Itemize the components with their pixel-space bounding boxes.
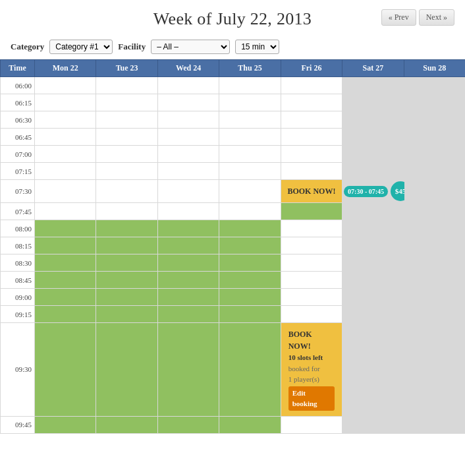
cell-sun-06:15 xyxy=(404,94,465,111)
cell-sat-07:15 xyxy=(342,163,404,180)
cell-thu-07:30 xyxy=(219,180,281,203)
slot-time-badge: 07:30 - 07:45 xyxy=(344,186,388,197)
cell-mon-08:00 xyxy=(35,220,96,237)
cell-thu-08:45 xyxy=(219,272,281,289)
table-row: 07:00 xyxy=(1,146,466,163)
time-label: 06:00 xyxy=(1,77,35,94)
cell-wed-08:30 xyxy=(157,254,219,272)
category-select[interactable]: Category #1 xyxy=(49,40,113,54)
cell-wed-09:30 xyxy=(157,323,219,417)
cell-sat-08:45 xyxy=(342,272,404,289)
cell-sun-08:45 xyxy=(404,272,465,289)
table-row: 06:45 xyxy=(1,129,466,146)
table-row: 07:30BOOK NOW!07:30 - 07:45$45 xyxy=(1,180,466,203)
cell-fri-06:15 xyxy=(281,94,342,111)
cell-fri-09:00 xyxy=(281,289,342,306)
book-now-fri-730[interactable]: BOOK NOW! xyxy=(281,180,342,203)
cell-sun-07:45 xyxy=(404,203,465,220)
cell-wed-07:15 xyxy=(157,163,219,180)
popup-booked-label: booked for xyxy=(288,363,335,374)
cell-tue-09:00 xyxy=(96,289,157,306)
cell-sat-09:15 xyxy=(342,306,404,323)
table-row: 09:00 xyxy=(1,289,466,306)
cell-fri-07:00 xyxy=(281,146,342,163)
time-label: 09:30 xyxy=(1,323,35,417)
cell-fri-08:15 xyxy=(281,237,342,254)
cell-sun-09:45 xyxy=(404,416,465,433)
cell-wed-06:45 xyxy=(157,129,219,146)
table-row: 08:30 xyxy=(1,254,466,272)
cell-thu-08:30 xyxy=(219,254,281,272)
calendar-table: Time Mon 22 Tue 23 Wed 24 Thu 25 Fri 26 … xyxy=(0,59,465,434)
cell-sun-09:00 xyxy=(404,289,465,306)
cell-sun-06:30 xyxy=(404,111,465,129)
cell-sat-08:00 xyxy=(342,220,404,237)
cell-thu-07:00 xyxy=(219,146,281,163)
cell-sat-07:00 xyxy=(342,146,404,163)
time-label: 06:15 xyxy=(1,94,35,111)
cell-thu-06:45 xyxy=(219,129,281,146)
time-label: 08:15 xyxy=(1,237,35,254)
cell-wed-07:00 xyxy=(157,146,219,163)
cell-sat-06:30 xyxy=(342,111,404,129)
cell-tue-07:30 xyxy=(96,180,157,203)
col-sun: Sun 28 xyxy=(404,60,465,77)
facility-label: Facility xyxy=(118,42,146,52)
cell-sat-06:15 xyxy=(342,94,404,111)
table-row: 08:00 xyxy=(1,220,466,237)
cell-tue-09:15 xyxy=(96,306,157,323)
table-row: 08:15 xyxy=(1,237,466,254)
book-now-popup-fri-930[interactable]: BOOK NOW!10 slots leftbooked for1 player… xyxy=(281,323,342,417)
popup-title: BOOK NOW! xyxy=(288,328,335,352)
table-row: 09:15 xyxy=(1,306,466,323)
cell-sun-08:30 xyxy=(404,254,465,272)
cell-mon-09:45 xyxy=(35,416,96,433)
cell-sat-06:45 xyxy=(342,129,404,146)
cell-wed-07:30 xyxy=(157,180,219,203)
table-row: 07:15 xyxy=(1,163,466,180)
cell-sun-07:15 xyxy=(404,163,465,180)
cell-mon-06:15 xyxy=(35,94,96,111)
cell-mon-07:45 xyxy=(35,203,96,220)
cell-thu-07:15 xyxy=(219,163,281,180)
col-tue: Tue 23 xyxy=(96,60,157,77)
cell-fri-06:30 xyxy=(281,111,342,129)
cell-tue-07:00 xyxy=(96,146,157,163)
cell-sun-08:00 xyxy=(404,220,465,237)
cell-sat-09:00 xyxy=(342,289,404,306)
cell-fri-08:00 xyxy=(281,220,342,237)
filters-bar: Category Category #1 Facility – All – 15… xyxy=(0,36,465,59)
category-label: Category xyxy=(11,42,44,52)
cell-wed-08:15 xyxy=(157,237,219,254)
page-title: Week of July 22, 2013 xyxy=(153,9,312,29)
next-button[interactable]: Next » xyxy=(419,9,454,26)
cell-mon-09:15 xyxy=(35,306,96,323)
cell-tue-06:45 xyxy=(96,129,157,146)
facility-select[interactable]: – All – xyxy=(151,40,230,54)
cell-fri-06:45 xyxy=(281,129,342,146)
edit-booking-button[interactable]: Edit booking xyxy=(288,386,335,411)
cell-wed-06:15 xyxy=(157,94,219,111)
cell-sun-08:15 xyxy=(404,237,465,254)
cell-wed-08:00 xyxy=(157,220,219,237)
interval-select[interactable]: 15 min xyxy=(235,40,279,54)
cell-tue-08:00 xyxy=(96,220,157,237)
cell-wed-07:45 xyxy=(157,203,219,220)
calendar-header: Week of July 22, 2013 « Prev Next » xyxy=(0,0,465,36)
cell-mon-07:30 xyxy=(35,180,96,203)
time-label: 06:45 xyxy=(1,129,35,146)
col-thu: Thu 25 xyxy=(219,60,281,77)
cell-tue-06:30 xyxy=(96,111,157,129)
time-label: 08:00 xyxy=(1,220,35,237)
prev-button[interactable]: « Prev xyxy=(381,9,416,26)
cell-sun-07:30 xyxy=(404,180,465,203)
cell-sat-06:00 xyxy=(342,77,404,94)
cell-tue-07:15 xyxy=(96,163,157,180)
cell-wed-06:30 xyxy=(157,111,219,129)
cell-sat-07:30: 07:30 - 07:45$45 xyxy=(342,180,404,203)
table-row: 09:45 xyxy=(1,416,466,433)
time-label: 06:30 xyxy=(1,111,35,129)
cell-wed-08:45 xyxy=(157,272,219,289)
cell-tue-09:45 xyxy=(96,416,157,433)
cell-thu-09:00 xyxy=(219,289,281,306)
